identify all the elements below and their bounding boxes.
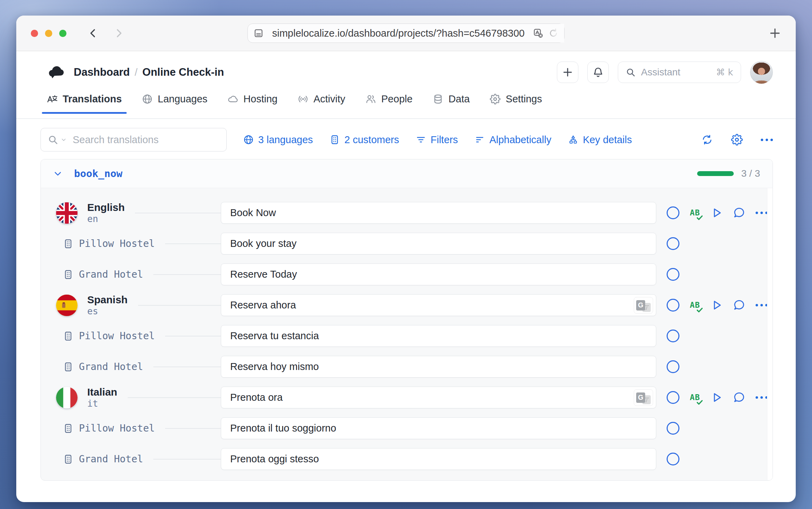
google-translate-badge-icon: G <box>634 297 653 314</box>
connector-line <box>165 336 221 336</box>
zoom-button[interactable] <box>59 30 66 37</box>
sort-button[interactable]: Alphabetically <box>475 134 551 146</box>
translation-key-name[interactable]: book_now <box>74 168 123 179</box>
tab-people[interactable]: People <box>366 93 413 113</box>
status-circle-icon[interactable] <box>667 299 679 312</box>
progress-bar <box>697 171 734 176</box>
translation-row: Pillow Hostel <box>53 417 760 439</box>
key-details-button[interactable]: Key details <box>568 134 632 146</box>
building-icon <box>63 239 73 249</box>
filter-label: Alphabetically <box>489 134 551 146</box>
user-avatar[interactable] <box>750 61 773 84</box>
tab-data[interactable]: Data <box>433 93 470 113</box>
translation-input-pillow-hostel-es[interactable] <box>221 325 656 347</box>
spellcheck-icon[interactable]: AB <box>690 209 700 217</box>
status-circle-icon[interactable] <box>667 206 679 219</box>
gear-icon[interactable] <box>731 134 743 146</box>
close-button[interactable] <box>31 30 38 37</box>
people-icon <box>366 94 376 104</box>
tab-label: Translations <box>63 93 122 105</box>
language-name: Italian <box>87 386 117 398</box>
translation-input-pillow-hostel-en[interactable] <box>221 233 656 254</box>
scrollbar[interactable] <box>767 188 773 480</box>
translation-input-grand-hotel-it[interactable] <box>221 448 656 470</box>
building-icon <box>63 423 73 434</box>
tab-label: Hosting <box>243 93 277 105</box>
collapse-chevron-icon[interactable] <box>53 169 62 178</box>
play-icon[interactable] <box>711 299 723 311</box>
sort-icon <box>475 135 485 145</box>
building-icon <box>63 331 73 341</box>
customers-filter-button[interactable]: 2 customers <box>330 134 399 146</box>
minimize-button[interactable] <box>45 30 52 37</box>
tab-settings[interactable]: Settings <box>490 93 542 113</box>
translation-input-grand-hotel-es[interactable] <box>221 356 656 378</box>
translation-input-spanish[interactable] <box>221 294 656 316</box>
play-icon[interactable] <box>711 207 723 219</box>
new-tab-icon[interactable] <box>769 27 781 39</box>
translation-row: Italian it G AB <box>53 387 760 408</box>
reader-view-icon[interactable] <box>253 28 264 38</box>
tab-activity[interactable]: Activity <box>298 93 345 113</box>
chevron-down-icon[interactable] <box>61 137 66 142</box>
search-translations-field[interactable] <box>40 128 227 151</box>
translation-input-italian[interactable] <box>221 387 656 408</box>
tab-translations[interactable]: Translations <box>47 93 122 113</box>
customer-name: Grand Hotel <box>79 361 143 372</box>
translations-list: English en AB <box>41 188 773 470</box>
broadcast-icon <box>298 94 308 104</box>
status-circle-icon[interactable] <box>667 268 679 281</box>
play-icon[interactable] <box>711 391 723 404</box>
filter-label: Filters <box>431 134 458 146</box>
assistant-search[interactable]: Assistant ⌘ k <box>618 62 741 83</box>
status-circle-icon[interactable] <box>667 330 679 342</box>
forward-button[interactable] <box>114 28 124 38</box>
status-circle-icon[interactable] <box>667 391 679 404</box>
tab-label: Settings <box>506 93 542 105</box>
flag-spain-icon <box>56 295 78 316</box>
traffic-lights <box>31 30 66 37</box>
more-actions-icon[interactable] <box>756 212 768 214</box>
translation-row: Grand Hotel <box>53 448 760 470</box>
tab-languages[interactable]: Languages <box>142 93 208 113</box>
tab-label: Data <box>449 93 470 105</box>
back-button[interactable] <box>88 28 98 38</box>
more-options-icon[interactable] <box>761 139 773 141</box>
translation-input-pillow-hostel-it[interactable] <box>221 417 656 439</box>
more-actions-icon[interactable] <box>756 396 768 399</box>
comment-icon[interactable] <box>733 391 745 404</box>
google-g: G <box>636 300 645 311</box>
comment-icon[interactable] <box>733 207 745 219</box>
tab-label: People <box>381 93 413 105</box>
translation-input-english[interactable] <box>221 202 656 224</box>
comment-icon[interactable] <box>733 299 745 311</box>
spellcheck-icon[interactable]: AB <box>690 394 700 401</box>
connector-line <box>153 274 221 275</box>
status-circle-icon[interactable] <box>667 453 679 465</box>
connector-line <box>135 213 221 213</box>
search-translations-input[interactable] <box>73 134 219 146</box>
translation-input-grand-hotel-en[interactable] <box>221 263 656 285</box>
building-icon <box>63 454 73 464</box>
address-bar[interactable]: simplelocalize.io/dashboard/projects/?ha… <box>247 24 565 43</box>
add-button[interactable] <box>557 62 578 83</box>
customer-name: Pillow Hostel <box>79 238 155 249</box>
status-circle-icon[interactable] <box>667 422 679 435</box>
status-circle-icon[interactable] <box>667 360 679 373</box>
tab-hosting[interactable]: Hosting <box>227 93 277 113</box>
flag-united-kingdom-icon <box>56 202 78 224</box>
filter-label: 2 customers <box>344 134 399 146</box>
url-text[interactable]: simplelocalize.io/dashboard/projects/?ha… <box>269 28 528 39</box>
customer-name: Grand Hotel <box>79 269 143 280</box>
more-actions-icon[interactable] <box>756 304 768 306</box>
customer-name: Pillow Hostel <box>79 423 155 434</box>
refresh-icon[interactable] <box>701 134 713 146</box>
notifications-button[interactable] <box>587 62 609 83</box>
languages-filter-button[interactable]: 3 languages <box>243 134 313 146</box>
search-icon <box>626 67 635 77</box>
spellcheck-icon[interactable]: AB <box>690 301 700 309</box>
breadcrumb-root[interactable]: Dashboard <box>74 66 130 78</box>
filters-button[interactable]: Filters <box>416 134 458 146</box>
translate-icon <box>47 94 57 104</box>
status-circle-icon[interactable] <box>667 237 679 250</box>
